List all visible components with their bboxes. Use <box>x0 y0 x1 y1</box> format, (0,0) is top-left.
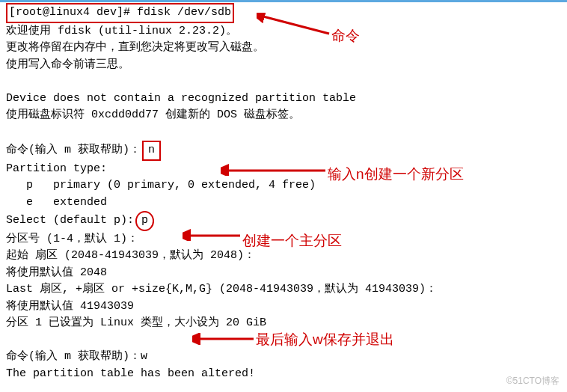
command-text: fdisk /dev/sdb <box>137 6 231 19</box>
change-notice-line: 更改将停留在内存中，直到您决定将更改写入磁盘。 <box>6 40 561 57</box>
cmd-prompt-n-line: 命令(输入 m 获取帮助)：n <box>6 141 561 161</box>
blank-line <box>6 73 561 91</box>
blank-line <box>6 382 561 392</box>
select-p-label: Select (default p): <box>6 214 134 227</box>
use-default1-line: 将使用默认值 2048 <box>6 265 561 282</box>
blank-line <box>6 124 561 141</box>
input-p-circle: p <box>135 211 154 231</box>
window-titlebar <box>0 0 567 2</box>
annotation-n: 输入n创建一个新分区 <box>328 164 464 186</box>
altered-line: The partition table has been altered! <box>6 366 561 383</box>
no-table-line: Device does not contain a recognized par… <box>6 91 561 108</box>
cmd-prompt-w-line: 命令(输入 m 获取帮助)：w <box>6 349 561 366</box>
think-line: 使用写入命令前请三思。 <box>6 57 561 74</box>
ptype-e-line: e extended <box>6 195 561 212</box>
dos-label-line: 使用磁盘标识符 0xcdd0dd77 创建新的 DOS 磁盘标签。 <box>6 107 561 124</box>
annotation-p: 创建一个主分区 <box>242 230 342 252</box>
shell-prompt: [root@linux4 dev]# <box>9 6 130 19</box>
input-p-value: p <box>141 214 148 227</box>
input-n-value: n <box>148 144 155 156</box>
ptype-line: Partition type: <box>6 161 561 178</box>
ptype-p-line: p primary (0 primary, 0 extended, 4 free… <box>6 177 561 195</box>
select-p-line: Select (default p):p <box>6 211 561 231</box>
cmd-prompt-label: 命令(输入 m 获取帮助)： <box>6 144 141 156</box>
command-highlight-box: [root@linux4 dev]# fdisk /dev/sdb <box>6 3 234 23</box>
use-default2-line: 将使用默认值 41943039 <box>6 298 561 316</box>
watermark: ©51CTO博客 <box>506 374 560 388</box>
prompt-line: [root@linux4 dev]# fdisk /dev/sdb <box>6 3 561 23</box>
annotation-w: 最后输入w保存并退出 <box>256 329 394 351</box>
welcome-line: 欢迎使用 fdisk (util-linux 2.23.2)。 <box>6 23 561 40</box>
last-sector-line: Last 扇区, +扇区 or +size{K,M,G} (2048-41943… <box>6 281 561 298</box>
annotation-command: 命令 <box>331 25 360 47</box>
input-n-box: n <box>142 141 161 161</box>
